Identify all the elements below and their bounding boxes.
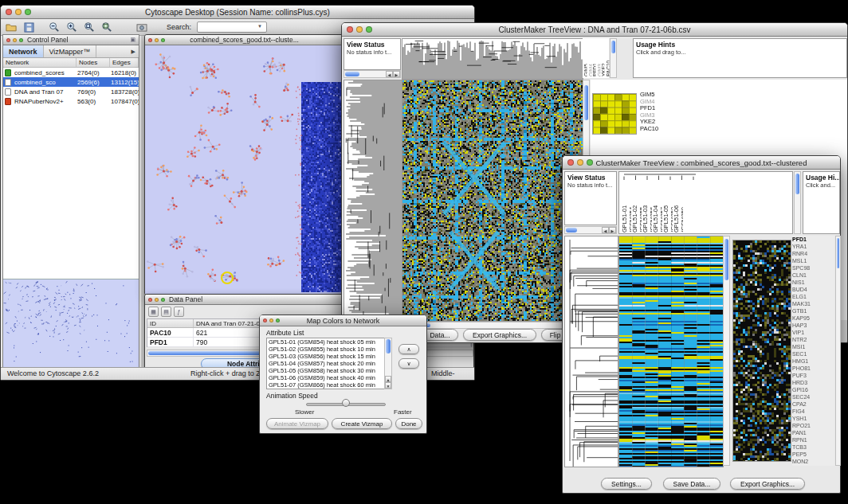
- tv2-heatmap[interactable]: [618, 236, 724, 467]
- tv1-top-vscrollbar[interactable]: [610, 38, 617, 78]
- thumbnail-canvas[interactable]: [3, 279, 139, 367]
- close-icon[interactable]: [148, 298, 152, 302]
- attribute-item[interactable]: GPL51-04 (GSM857) heat shock 20 min: [267, 360, 391, 367]
- scroll-right-icon[interactable]: ▶: [609, 227, 616, 233]
- gene-label[interactable]: HMG1: [792, 357, 834, 365]
- control-panel-titlebar[interactable]: Control Panel ▣: [3, 35, 139, 45]
- zoom-window-icon[interactable]: [25, 9, 31, 15]
- col-id[interactable]: ID: [147, 319, 194, 327]
- scroll-up-icon[interactable]: ▲: [385, 376, 391, 382]
- attribute-list-vscrollbar[interactable]: ▲ ▼: [384, 338, 392, 389]
- gene-label[interactable]: HRD3: [792, 379, 834, 386]
- tv1-col-dendro[interactable]: [402, 38, 583, 80]
- gene-label[interactable]: PUF3: [792, 372, 834, 379]
- gene-label[interactable]: MON2: [792, 458, 834, 465]
- scroll-thumb[interactable]: [345, 72, 359, 76]
- close-icon[interactable]: [6, 9, 12, 15]
- gene-label[interactable]: CLN1: [792, 272, 834, 279]
- minimize-icon[interactable]: [269, 318, 273, 322]
- network-canvas[interactable]: [145, 45, 344, 294]
- gene-label[interactable]: NIS1: [792, 279, 834, 286]
- gene-label[interactable]: MSL1: [792, 257, 834, 264]
- tv2-vscrollbar[interactable]: [723, 236, 730, 466]
- tv1-heatmap[interactable]: [402, 80, 583, 322]
- zoom-fit-icon[interactable]: [100, 21, 114, 33]
- gene-label[interactable]: MSI1: [792, 343, 834, 350]
- scroll-thumb[interactable]: [611, 41, 615, 53]
- gene-label[interactable]: ELG1: [792, 293, 834, 300]
- column-label[interactable]: GPL51-01 (GSM854: [621, 182, 631, 232]
- tv1-hscrollbar[interactable]: ◀ ▶: [402, 322, 582, 329]
- zoom-in-icon[interactable]: [65, 21, 79, 33]
- column-label[interactable]: GPL51-04 (GSM857: [652, 182, 662, 232]
- chevron-down-icon[interactable]: ▼: [257, 24, 262, 29]
- treeview2-titlebar[interactable]: ClusterMaker TreeView : combined_scores_…: [563, 156, 840, 170]
- gene-label[interactable]: VIP1: [792, 329, 834, 336]
- gene-label[interactable]: GPI16: [792, 386, 834, 393]
- gene-label[interactable]: RPO21: [792, 422, 834, 429]
- snapshot-icon[interactable]: [135, 21, 149, 33]
- gene-label[interactable]: SPC98: [792, 264, 834, 272]
- column-label[interactable]: GPL51-02 (GSM855: [631, 182, 642, 232]
- network-row[interactable]: combined_scores2764(0)16218(0): [3, 68, 139, 77]
- table-grid-icon[interactable]: ▦: [148, 307, 159, 317]
- cytoscape-titlebar[interactable]: Cytoscape Desktop (Session Name: collins…: [1, 6, 474, 19]
- close-icon[interactable]: [347, 26, 353, 33]
- scroll-down-icon[interactable]: ▼: [385, 382, 391, 389]
- column-label[interactable]: GPL51-05 (GSM858: [662, 182, 673, 232]
- zoom-selected-icon[interactable]: [82, 21, 96, 33]
- tab-overflow-icon[interactable]: ▶: [128, 45, 139, 57]
- done-button[interactable]: Done: [395, 418, 422, 429]
- save-icon[interactable]: [22, 21, 36, 33]
- move-up-button[interactable]: ∧: [398, 344, 419, 354]
- treeview1-titlebar[interactable]: ClusterMaker TreeView : DNA and Tran 07-…: [342, 23, 847, 37]
- zoom-window-icon[interactable]: [161, 38, 165, 42]
- gene-label[interactable]: PHO81: [792, 365, 834, 372]
- scroll-thumb[interactable]: [795, 174, 799, 194]
- close-icon[interactable]: [6, 38, 10, 42]
- tv2-top-vscrollbar[interactable]: [794, 171, 801, 234]
- gene-label[interactable]: SEC1: [792, 350, 834, 357]
- scroll-thumb[interactable]: [386, 339, 391, 354]
- tv2-row-dendro[interactable]: [564, 236, 618, 467]
- move-down-button[interactable]: ∨: [398, 358, 419, 369]
- settings-button[interactable]: Settings...: [601, 478, 652, 490]
- tv2-heatmap2[interactable]: [732, 240, 791, 462]
- gene-label[interactable]: RNR4: [792, 250, 834, 257]
- scroll-thumb[interactable]: [584, 85, 588, 120]
- gene-label[interactable]: KAP95: [792, 315, 834, 322]
- network-row[interactable]: RNAPuberNov2+563(0)107847(0): [3, 96, 139, 106]
- close-icon[interactable]: [567, 159, 574, 166]
- gene-label[interactable]: YSH1: [792, 415, 834, 422]
- export-graphics-button[interactable]: Export Graphics...: [730, 478, 805, 490]
- speed-slider-thumb[interactable]: [342, 399, 350, 407]
- zoom-window-icon[interactable]: [19, 38, 23, 42]
- attribute-item[interactable]: GPL51-03 (GSM856) heat shock 15 min: [267, 353, 391, 360]
- scroll-thumb[interactable]: [837, 238, 839, 268]
- minimize-icon[interactable]: [356, 26, 363, 33]
- col-network[interactable]: Network: [3, 58, 77, 67]
- minimize-icon[interactable]: [13, 38, 17, 42]
- tv2-right-vscrollbar[interactable]: [835, 236, 841, 466]
- close-icon[interactable]: [263, 318, 267, 322]
- attribute-item[interactable]: GPL51-01 (GSM854) heat shock 05 min: [267, 338, 391, 346]
- zoom-window-icon[interactable]: [276, 318, 280, 322]
- gene-label[interactable]: GTB1: [792, 307, 834, 315]
- minimize-icon[interactable]: [577, 159, 583, 166]
- column-label[interactable]: GPL51-03 (GSM856: [642, 182, 652, 232]
- zoom-out-icon[interactable]: [47, 21, 61, 33]
- export-graphics-button[interactable]: Export Graphics...: [463, 329, 536, 341]
- scroll-left-icon[interactable]: ◀: [386, 71, 393, 77]
- column-label[interactable]: GPL51-06 (GSM859: [673, 182, 683, 232]
- attribute-list[interactable]: GPL51-01 (GSM854) heat shock 05 minGPL51…: [266, 338, 392, 389]
- tab-network[interactable]: Network: [3, 45, 44, 57]
- status-hscrollbar[interactable]: ◀ ▶: [344, 70, 401, 78]
- gene-label[interactable]: TCB3: [792, 443, 834, 451]
- scroll-thumb[interactable]: [724, 239, 728, 280]
- float-panel-icon[interactable]: ▣: [130, 37, 135, 43]
- scroll-thumb[interactable]: [566, 228, 577, 232]
- zoom-window-icon[interactable]: [366, 26, 372, 33]
- search-input[interactable]: [197, 21, 267, 33]
- tab-vizmapper[interactable]: VizMapper™: [44, 45, 97, 57]
- attribute-fn-icon[interactable]: ƒ: [174, 307, 184, 317]
